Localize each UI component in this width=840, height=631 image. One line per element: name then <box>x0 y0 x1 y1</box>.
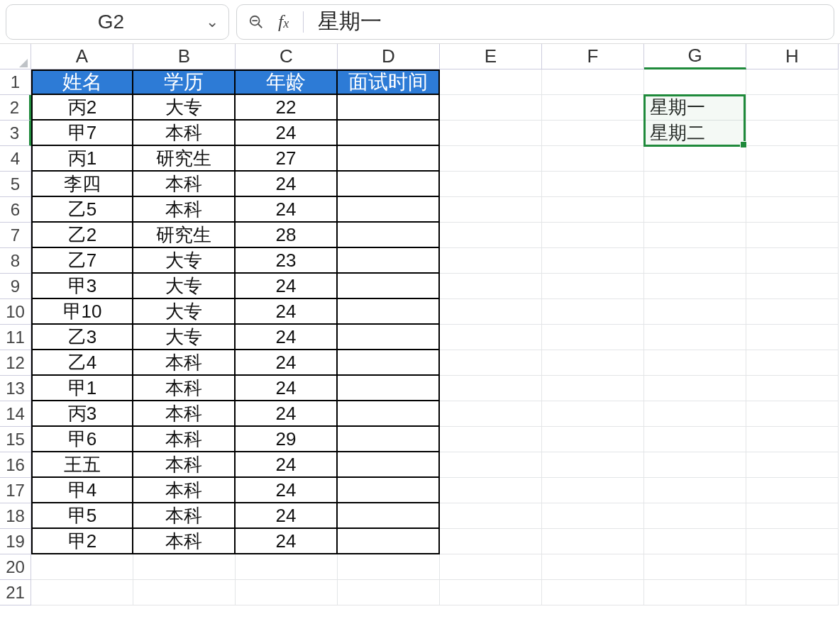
cell-C8[interactable]: 23 <box>236 248 338 274</box>
row-header-19[interactable]: 19 <box>0 529 31 554</box>
cell-F1[interactable] <box>542 69 644 95</box>
cell-F18[interactable] <box>542 503 644 529</box>
cell-D21[interactable] <box>338 580 440 605</box>
cell-B2[interactable]: 大专 <box>133 95 236 121</box>
cell-G20[interactable] <box>644 554 746 580</box>
cell-E3[interactable] <box>440 121 542 146</box>
row-header-10[interactable]: 10 <box>0 299 31 325</box>
cell-G21[interactable] <box>644 580 746 605</box>
cell-F14[interactable] <box>542 401 644 427</box>
cell-G1[interactable] <box>644 69 746 95</box>
cell-G10[interactable] <box>644 299 746 325</box>
row-header-20[interactable]: 20 <box>0 554 31 580</box>
cell-A16[interactable]: 王五 <box>31 452 133 478</box>
cell-B12[interactable]: 本科 <box>133 350 236 376</box>
cell-H20[interactable] <box>746 554 839 580</box>
cell-E9[interactable] <box>440 274 542 299</box>
cell-D18[interactable] <box>338 503 440 529</box>
cell-H17[interactable] <box>746 478 839 503</box>
cell-G11[interactable] <box>644 325 746 350</box>
cell-C7[interactable]: 28 <box>236 223 338 248</box>
row-header-15[interactable]: 15 <box>0 427 31 452</box>
cell-E21[interactable] <box>440 580 542 605</box>
cell-G13[interactable] <box>644 376 746 401</box>
cell-H18[interactable] <box>746 503 839 529</box>
cell-D11[interactable] <box>338 325 440 350</box>
column-header-G[interactable]: G <box>644 44 746 69</box>
chevron-down-icon[interactable]: ⌄ <box>206 13 219 31</box>
cell-F5[interactable] <box>542 172 644 197</box>
cell-A19[interactable]: 甲2 <box>31 529 133 554</box>
cell-F13[interactable] <box>542 376 644 401</box>
cell-C6[interactable]: 24 <box>236 197 338 223</box>
row-header-6[interactable]: 6 <box>0 197 31 223</box>
cell-G17[interactable] <box>644 478 746 503</box>
cell-B20[interactable] <box>133 554 236 580</box>
cell-A10[interactable]: 甲10 <box>31 299 133 325</box>
cell-C10[interactable]: 24 <box>236 299 338 325</box>
cell-D13[interactable] <box>338 376 440 401</box>
cell-F2[interactable] <box>542 95 644 121</box>
cell-E20[interactable] <box>440 554 542 580</box>
cell-F19[interactable] <box>542 529 644 554</box>
cell-H3[interactable] <box>746 121 839 146</box>
cell-B10[interactable]: 大专 <box>133 299 236 325</box>
cell-C17[interactable]: 24 <box>236 478 338 503</box>
column-header-F[interactable]: F <box>542 44 644 69</box>
cell-C1[interactable]: 年龄 <box>236 69 338 95</box>
cell-H1[interactable] <box>746 69 839 95</box>
formula-input[interactable]: 星期一 <box>318 7 382 36</box>
cell-A11[interactable]: 乙3 <box>31 325 133 350</box>
cell-F10[interactable] <box>542 299 644 325</box>
cell-B19[interactable]: 本科 <box>133 529 236 554</box>
cell-G7[interactable] <box>644 223 746 248</box>
row-header-12[interactable]: 12 <box>0 350 31 376</box>
cell-D14[interactable] <box>338 401 440 427</box>
cell-H9[interactable] <box>746 274 839 299</box>
select-all-corner[interactable] <box>0 44 31 69</box>
cell-B17[interactable]: 本科 <box>133 478 236 503</box>
cell-A6[interactable]: 乙5 <box>31 197 133 223</box>
cell-C5[interactable]: 24 <box>236 172 338 197</box>
cell-B14[interactable]: 本科 <box>133 401 236 427</box>
cell-B6[interactable]: 本科 <box>133 197 236 223</box>
cell-E4[interactable] <box>440 146 542 172</box>
cell-F7[interactable] <box>542 223 644 248</box>
cell-D9[interactable] <box>338 274 440 299</box>
cell-H7[interactable] <box>746 223 839 248</box>
cell-D3[interactable] <box>338 121 440 146</box>
cell-D19[interactable] <box>338 529 440 554</box>
cell-G4[interactable] <box>644 146 746 172</box>
cell-G14[interactable] <box>644 401 746 427</box>
cell-A21[interactable] <box>31 580 133 605</box>
cell-E6[interactable] <box>440 197 542 223</box>
cell-G15[interactable] <box>644 427 746 452</box>
name-box[interactable]: G2 ⌄ <box>6 4 229 40</box>
cell-D5[interactable] <box>338 172 440 197</box>
cell-F16[interactable] <box>542 452 644 478</box>
cell-B3[interactable]: 本科 <box>133 121 236 146</box>
column-header-E[interactable]: E <box>440 44 542 69</box>
column-header-A[interactable]: A <box>31 44 133 69</box>
cell-E16[interactable] <box>440 452 542 478</box>
cell-G5[interactable] <box>644 172 746 197</box>
cell-B15[interactable]: 本科 <box>133 427 236 452</box>
cell-B4[interactable]: 研究生 <box>133 146 236 172</box>
formula-area[interactable]: fx 星期一 <box>236 4 834 40</box>
cell-A14[interactable]: 丙3 <box>31 401 133 427</box>
cell-H11[interactable] <box>746 325 839 350</box>
column-header-C[interactable]: C <box>236 44 338 69</box>
cell-C4[interactable]: 27 <box>236 146 338 172</box>
cell-H6[interactable] <box>746 197 839 223</box>
cell-H4[interactable] <box>746 146 839 172</box>
cell-D16[interactable] <box>338 452 440 478</box>
cell-G19[interactable] <box>644 529 746 554</box>
cell-A15[interactable]: 甲6 <box>31 427 133 452</box>
cell-B11[interactable]: 大专 <box>133 325 236 350</box>
cell-C9[interactable]: 24 <box>236 274 338 299</box>
cell-F3[interactable] <box>542 121 644 146</box>
cell-F8[interactable] <box>542 248 644 274</box>
cell-F6[interactable] <box>542 197 644 223</box>
row-header-16[interactable]: 16 <box>0 452 31 478</box>
cell-D7[interactable] <box>338 223 440 248</box>
